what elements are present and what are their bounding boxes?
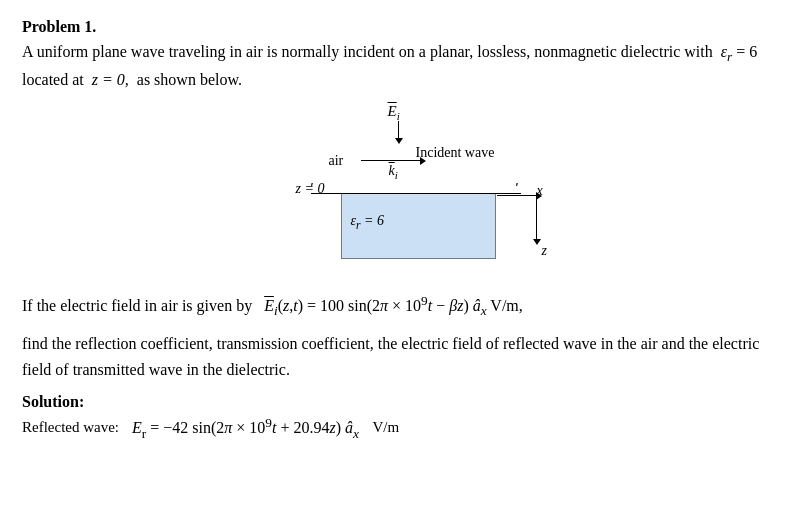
- intro-text: A uniform plane wave traveling in air is…: [22, 40, 779, 93]
- as-shown: as shown below.: [137, 71, 242, 88]
- epsilon-symbol: εr: [721, 43, 733, 60]
- incident-wave-label: Incident wave: [416, 145, 495, 161]
- ei-down-arrow: [398, 121, 399, 139]
- reflected-wave-label: Reflected wave:: [22, 419, 122, 436]
- solution-label: Solution:: [22, 393, 779, 411]
- diagram-container: Ei Incident wave ki air ʹ ʹ z = 0 εr = 6…: [22, 103, 779, 278]
- reflected-wave-line: Reflected wave: Er = −42 sin(2π × 109t +…: [22, 415, 779, 442]
- z-at-zero: z = 0,: [92, 71, 129, 88]
- given-field-formula: Ei(z,t) = 100 sin(2π × 109t − βz) âx V/m…: [264, 297, 523, 314]
- diagram: Ei Incident wave ki air ʹ ʹ z = 0 εr = 6…: [241, 103, 561, 278]
- ei-label: Ei: [388, 103, 400, 122]
- z-axis-arrow: [536, 195, 537, 240]
- find-text: find the reflection coefficient, transmi…: [22, 331, 779, 382]
- reflected-formula: Er = −42 sin(2π × 109t + 20.94z) âx: [132, 415, 359, 442]
- located-text: located at: [22, 71, 84, 88]
- intro-main: A uniform plane wave traveling in air is…: [22, 43, 713, 60]
- problem-title: Problem 1.: [22, 18, 779, 36]
- z0-label: z = 0: [296, 181, 325, 197]
- z-label: z: [542, 243, 547, 259]
- eps-r-label: εr = 6: [351, 213, 385, 232]
- air-label: air: [329, 153, 344, 169]
- x-label: x: [537, 183, 543, 199]
- ki-label: ki: [389, 163, 398, 181]
- given-field-text: If the electric field in air is given by…: [22, 290, 779, 322]
- x-axis-arrow: [497, 195, 537, 196]
- reflected-unit: V/m: [369, 419, 399, 436]
- incident-direction-arrow: [361, 160, 421, 161]
